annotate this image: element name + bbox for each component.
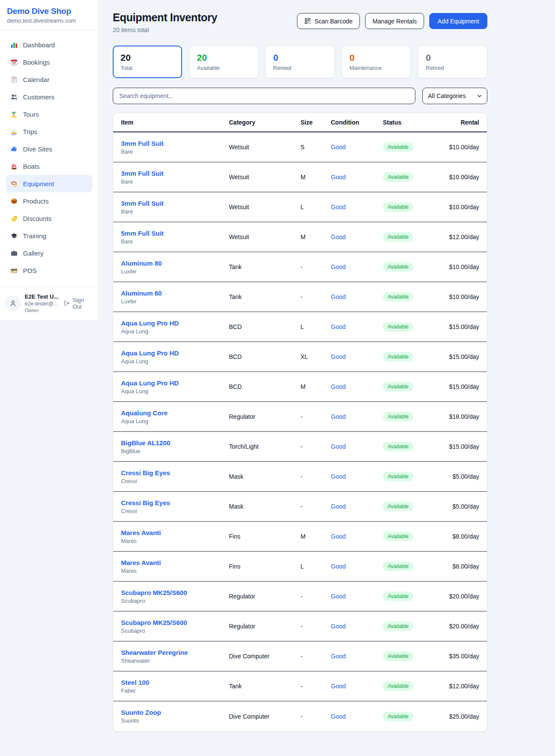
item-condition[interactable]: Good [331,293,383,300]
status-badge: Available [383,712,413,721]
col-item: Item [121,119,229,126]
sidebar-item-gallery[interactable]: Gallery [6,244,92,262]
item-category: Dive Computer [229,653,300,660]
item-condition[interactable]: Good [331,593,383,600]
page-title: Equipment Inventory [113,11,217,24]
item-brand: Faber [121,687,229,694]
item-size: M [300,174,331,181]
item-condition[interactable]: Good [331,623,383,630]
item-name-link[interactable]: Steel 100 [121,679,229,686]
item-name-link[interactable]: 3mm Full Suit [121,140,229,147]
item-condition[interactable]: Good [331,653,383,660]
chevron-down-icon [477,95,482,97]
sidebar-item-dashboard[interactable]: Dashboard [6,36,92,53]
add-equipment-button[interactable]: Add Equipment [429,13,487,29]
search-input[interactable] [113,88,415,104]
sidebar-item-tours[interactable]: Tours [6,105,92,123]
item-condition[interactable]: Good [331,473,383,480]
sidebar-item-training[interactable]: Training [6,227,92,244]
stat-card-rented[interactable]: 0 Rented [265,46,335,78]
item-category: Mask [229,473,300,480]
status-badge: Available [383,681,413,691]
table-row: Mares Avanti Mares Fins M Good Available… [113,522,487,552]
item-category: Tank [229,293,300,300]
item-condition[interactable]: Good [331,144,383,151]
item-condition[interactable]: Good [331,383,383,390]
sidebar-item-boats[interactable]: Boats [6,158,92,175]
equipment-icon [10,180,18,187]
user-info: E2E Test U... e2e-tester@... Owner [25,293,60,313]
status-badge: Available [383,472,413,481]
stat-card-total[interactable]: 20 Total [113,46,182,78]
sidebar-item-equipment[interactable]: Equipment [6,175,92,192]
item-condition[interactable]: Good [331,353,383,360]
item-size: - [300,653,331,660]
category-select[interactable]: All Categories [422,88,487,104]
table-row: Aluminum 80 Luxfer Tank - Good Available… [113,252,487,282]
status-badge: Available [383,262,413,272]
sidebar-item-products[interactable]: Products [6,192,92,210]
stat-card-available[interactable]: 20 Available [189,46,258,78]
item-name-link[interactable]: Scubapro MK25/S600 [121,619,229,626]
item-name-link[interactable]: 5mm Full Suit [121,230,229,237]
stat-card-maintenance[interactable]: 0 Maintenance [342,46,411,78]
sidebar-item-dive-sites[interactable]: Dive Sites [6,140,92,158]
item-name-link[interactable]: BigBlue AL1200 [121,439,229,447]
item-name-link[interactable]: Cressi Big Eyes [121,499,229,506]
item-condition[interactable]: Good [331,533,383,540]
item-name-link[interactable]: Aqua Lung Pro HD [121,379,229,387]
stat-card-retired[interactable]: 0 Retired [418,46,487,78]
item-name-link[interactable]: 3mm Full Suit [121,200,229,207]
item-name-link[interactable]: Mares Avanti [121,559,229,566]
item-rental: $12.00/day [435,683,479,690]
item-condition[interactable]: Good [331,174,383,181]
item-condition[interactable]: Good [331,713,383,720]
item-size: - [300,443,331,450]
logout-icon [64,300,70,306]
item-condition[interactable]: Good [331,233,383,240]
item-condition[interactable]: Good [331,563,383,570]
sign-out-button[interactable]: Sign Out [64,297,93,310]
status-badge: Available [383,621,413,631]
item-size: M [300,383,331,390]
sidebar-item-calendar[interactable]: Calendar [6,71,92,88]
item-name-link[interactable]: 3mm Full Suit [121,170,229,177]
item-condition[interactable]: Good [331,683,383,690]
item-category: Wetsuit [229,204,300,210]
sidebar-item-customers[interactable]: Customers [6,88,92,105]
brand-domain: demo.test.divestreams.com [7,17,91,24]
item-condition[interactable]: Good [331,413,383,420]
item-name-link[interactable]: Scubapro MK25/S600 [121,589,229,596]
item-name-link[interactable]: Shearwater Peregrine [121,649,229,656]
item-name-link[interactable]: Cressi Big Eyes [121,469,229,477]
item-rental: $8.00/day [435,533,479,540]
table-row: Aqua Lung Pro HD Aqua Lung BCD L Good Av… [113,312,487,342]
scan-barcode-button[interactable]: Scan Barcode [297,13,360,29]
item-condition[interactable]: Good [331,503,383,510]
item-name-link[interactable]: Mares Avanti [121,529,229,536]
sidebar-item-pos[interactable]: POS [6,262,92,279]
table-row: 3mm Full Suit Bare Wetsuit M Good Availa… [113,162,487,192]
item-name-link[interactable]: Aqua Lung Pro HD [121,319,229,327]
status-badge: Available [383,322,413,332]
sidebar-item-discounts[interactable]: Discounts [6,210,92,227]
item-name-link[interactable]: Aqualung Core [121,409,229,417]
item-name-link[interactable]: Aqua Lung Pro HD [121,349,229,357]
item-rental: $18.00/day [435,413,479,420]
item-size: - [300,593,331,600]
item-condition[interactable]: Good [331,443,383,450]
item-name-link[interactable]: Suunto Zoop [121,709,229,716]
item-brand: Bare [121,178,229,185]
sidebar-item-bookings[interactable]: 17 Bookings [6,53,92,71]
item-size: - [300,413,331,420]
sidebar-item-trips[interactable]: Trips [6,123,92,140]
item-condition[interactable]: Good [331,204,383,210]
avatar [5,296,21,311]
item-name-link[interactable]: Aluminum 80 [121,289,229,297]
item-condition[interactable]: Good [331,323,383,330]
item-name-link[interactable]: Aluminum 80 [121,260,229,267]
item-size: L [300,323,331,330]
manage-rentals-button[interactable]: Manage Rentals [365,13,424,29]
item-condition[interactable]: Good [331,263,383,270]
item-brand: Aqua Lung [121,388,229,394]
